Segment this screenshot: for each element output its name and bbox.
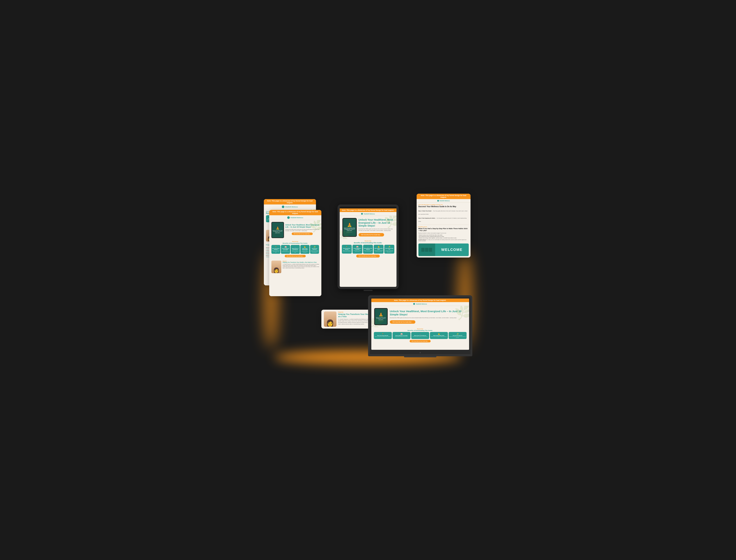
notification-bar-phone: Note: This page is a showcase of my funn… bbox=[264, 199, 316, 204]
laptop-benefits-strip: What We Offer Benefits of Downloading Th… bbox=[371, 327, 469, 344]
what-we-offer-front: What We Offer bbox=[272, 241, 319, 242]
laptop-hero-section: 🌿 🌿 🧘 Unlock Your Healthiest, Most Energ… bbox=[371, 306, 469, 327]
hero-cover-text: Unlock Your Healthiest, Most Energized L… bbox=[273, 230, 283, 233]
tablet-benefit-0: 🏃 Boost Your Energy Naturally Wake up re… bbox=[342, 245, 352, 254]
confirmation-card-inner: Note: This page is a showcase of my funn… bbox=[416, 194, 470, 258]
welcome-left bbox=[418, 243, 435, 256]
about-front: 👩 About Us Helping You Transform Your He… bbox=[269, 259, 322, 274]
benefits-title-front: Benefits of Downloading This Guide: bbox=[272, 242, 319, 244]
confirm-banner-label: You're One Step Closer to a Healthier, S… bbox=[418, 204, 469, 205]
tablet-logo-icon bbox=[361, 213, 363, 215]
hero-tablet-screen: 🧘 Unlock Your Healthiest, Most Energized… bbox=[272, 222, 284, 238]
tablet-frame: Note: This page is a showcase of my funn… bbox=[338, 204, 398, 289]
laptop-notif-bar: Note: This page is a showcase of my funn… bbox=[371, 299, 469, 302]
phone-front-card: Note: This page is a showcase of my funn… bbox=[269, 210, 322, 296]
tablet-logo-text: VitalShift Wellness bbox=[364, 213, 375, 215]
upsell-desc: Staying consistent is where most people … bbox=[418, 232, 469, 234]
confirm-step1-title: Step 1: Check Your Email – bbox=[418, 210, 432, 211]
welcome-text-area: WELCOME bbox=[435, 243, 469, 256]
confirm-step2-title: Step 2: Start Applying the Habits – bbox=[418, 218, 436, 219]
about-photo-front: 👩 bbox=[272, 261, 281, 273]
confirm-title: Success! Your Wellness Guide Is On Its W… bbox=[418, 206, 469, 208]
notif-bar-tablet: Note: This page is a showcase of my funn… bbox=[340, 208, 396, 212]
laptop-leaf-right: 🌿 bbox=[454, 306, 469, 321]
confirm-logo-icon bbox=[437, 200, 439, 202]
tablet-benefit-4: ✨ Glow from the Inside Out Nourish your … bbox=[384, 245, 394, 254]
laptop-hero-sub: Download this FREE guide and discover th… bbox=[390, 317, 466, 319]
upsell-title: What If You Had a Step-by-Step Plan to M… bbox=[418, 228, 469, 232]
front-hero: 🌿 🧘 Unlock Your Healthiest, Most Energiz… bbox=[269, 220, 322, 240]
site-header-phone: VitalShift Wellness bbox=[264, 204, 316, 209]
benefits-grid-front: 🏃 Boost Your Energy Naturally Wake up re… bbox=[272, 245, 319, 254]
benefit-front-3: 💪 Build Lasting Healthy Habits Science-b… bbox=[300, 245, 310, 254]
notif-bar-confirm: Note: This page is a showcase of my funn… bbox=[416, 194, 470, 199]
laptop-ebook-figure: 🧘 bbox=[379, 312, 383, 317]
welcome-thumbnails bbox=[421, 248, 432, 252]
confirm-step1: Step 1: Check Your Email – Your free gui… bbox=[418, 209, 469, 215]
logo-text-front: VitalShift Wellness bbox=[291, 217, 303, 218]
hero-cover-figure: 🧘 bbox=[276, 226, 280, 230]
laptop-benefits-title: Benefits of Downloading This Guide: bbox=[374, 330, 466, 331]
tablet-hero-subtitle: Download this FREE guide and discover th… bbox=[359, 228, 394, 231]
laptop-hero-layout: 🧘 Unlock Your Healthiest, Most Energized… bbox=[374, 308, 466, 325]
hero-cover-brand: VitalShift Wellness bbox=[275, 233, 280, 234]
laptop-screen-bezel: Note: This page is a showcase of my funn… bbox=[368, 295, 472, 351]
welcome-img-bar: WELCOME bbox=[418, 243, 469, 256]
upsell-point-1: • Felt confused by all the conflicting h… bbox=[418, 236, 469, 237]
about-title-front: Helping You Transform Your Health—One Ha… bbox=[283, 262, 319, 263]
main-scene: Note: This page is a showcase of my funn… bbox=[269, 199, 467, 361]
confirmation-card: Note: This page is a showcase of my funn… bbox=[416, 194, 470, 258]
tablet-cta-btn[interactable]: YES! Send Me the Free Guide Now → bbox=[359, 233, 384, 236]
upsell-point-0: • Started routines only to fall off trac… bbox=[418, 235, 469, 236]
upsell-point-2: • Wanted more energy, better digestion, … bbox=[418, 237, 469, 238]
logo-icon-phone bbox=[282, 206, 284, 208]
upsell-method: VitalShift Method—to help you turn small… bbox=[418, 239, 469, 241]
upsell-label: But before you go... bbox=[418, 226, 469, 227]
notification-bar-front: Note: This page is a showcase of my funn… bbox=[269, 210, 322, 215]
tablet-benefits-grid: 🏃 Boost Your Energy Naturally Wake up re… bbox=[342, 245, 394, 254]
upsell-section: But before you go... What If You Had a S… bbox=[416, 225, 470, 243]
thumb-1 bbox=[421, 248, 424, 252]
benefit-front-1: 🫁 Improve Digestion & Gut Health Say goo… bbox=[281, 245, 290, 254]
site-header-front: VitalShift Wellness bbox=[269, 215, 322, 220]
laptop-base bbox=[368, 354, 472, 356]
about-text-front-block: About Us Helping You Transform Your Heal… bbox=[283, 261, 319, 273]
tablet-benefits-title: Benefits of Downloading This Guide: bbox=[342, 242, 394, 244]
laptop-section-label: What We Offer bbox=[374, 328, 466, 329]
laptop-feet bbox=[404, 356, 436, 357]
benefit-front-4: ✨ Glow from the Inside Out Nourish your … bbox=[310, 245, 319, 254]
tablet-benefit-2: ⚖️ Reduce Stress & Feel Balanced Simple … bbox=[363, 245, 373, 254]
laptop-cta-benefits[interactable]: YES! Send Me the Free Guide Now → bbox=[409, 340, 430, 342]
laptop-logo-icon bbox=[413, 303, 415, 305]
lb-1: 🫁 Improve Digestion & Gut Health Say goo… bbox=[392, 332, 410, 339]
lb-4: ✨ Glow from the Inside Out Nourish your … bbox=[448, 332, 466, 339]
thumb-2 bbox=[425, 248, 428, 252]
confirm-step2: Step 2: Start Applying the Habits – Go t… bbox=[418, 216, 469, 222]
ebook-figure: 🧘 bbox=[347, 222, 352, 227]
tablet-hero: 🌿 🌿 🧘 Unlock Your Healthiest, Most Energ… bbox=[340, 216, 396, 239]
laptop-chin bbox=[368, 351, 472, 354]
laptop-cta-btn[interactable]: YES! Send Me the Free Guide Now → bbox=[390, 320, 415, 324]
about-person-card: 👩 bbox=[326, 319, 334, 327]
logo-text-phone: VitalShift Wellness bbox=[285, 206, 298, 208]
tablet-cta-btn-benefits[interactable]: YES! Send Me the Free Guide Now → bbox=[356, 255, 379, 258]
tablet-benefits: What We Offer Benefits of Downloading Th… bbox=[340, 239, 396, 260]
tablet-notch bbox=[363, 207, 373, 208]
cta-btn-benefits-front[interactable]: YES! Send Me the Free Guide Now → bbox=[285, 255, 306, 257]
thumb-3 bbox=[429, 248, 432, 252]
laptop-logo-text: VitalShift Wellness bbox=[416, 303, 427, 305]
lb-2: ⚖️ Reduce Stress & Feel Balanced Simple … bbox=[411, 332, 429, 339]
hero-tablet-device: 🧘 Unlock Your Healthiest, Most Energized… bbox=[272, 222, 284, 238]
benefit-front-2: ⚖️ Reduce Stress & Feel Balanced Simple … bbox=[291, 245, 300, 254]
benefits-front: What We Offer Benefits of Downloading Th… bbox=[269, 240, 322, 259]
lb-0: 🏃 Boost Your Energy Naturally Wake up re… bbox=[374, 332, 392, 339]
cta-btn-hero-front[interactable]: YES! Send Me the Free Guide Now → bbox=[292, 233, 313, 235]
benefit-front-0: 🏃 Boost Your Energy Naturally Wake up re… bbox=[272, 245, 281, 254]
laptop-screen-content: Note: This page is a showcase of my funn… bbox=[371, 299, 469, 350]
confirm-header-bar: VitalShift Wellness bbox=[416, 199, 470, 203]
tablet-section-label: What We Offer bbox=[342, 240, 394, 242]
tablet-site-content: Note: This page is a showcase of my funn… bbox=[340, 208, 396, 289]
center-tablet: Note: This page is a showcase of my funn… bbox=[338, 204, 398, 292]
laptop-device: Note: This page is a showcase of my funn… bbox=[368, 295, 472, 357]
welcome-text: WELCOME bbox=[441, 248, 462, 252]
